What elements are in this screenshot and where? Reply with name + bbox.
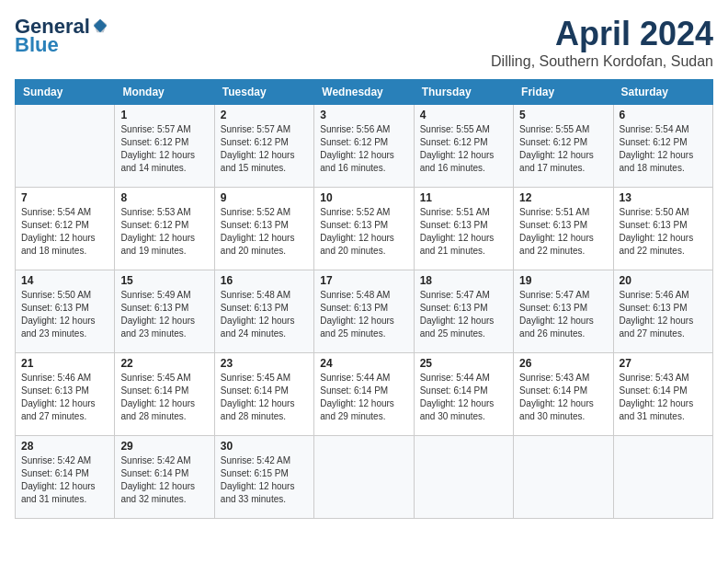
logo: General Blue: [15, 15, 108, 57]
day-number: 15: [120, 274, 208, 287]
day-info: Sunrise: 5:48 AMSunset: 6:13 PMDaylight:…: [320, 289, 407, 340]
calendar-cell: 21Sunrise: 5:46 AMSunset: 6:13 PMDayligh…: [16, 353, 115, 436]
calendar-cell: [314, 436, 414, 519]
day-number: 22: [120, 357, 208, 370]
day-info: Sunrise: 5:52 AMSunset: 6:13 PMDaylight:…: [320, 206, 407, 258]
calendar-cell: 15Sunrise: 5:49 AMSunset: 6:13 PMDayligh…: [115, 270, 214, 353]
page-header: General Blue April 2024 Dilling, Souther…: [15, 15, 713, 70]
calendar-cell: 18Sunrise: 5:47 AMSunset: 6:13 PMDayligh…: [414, 270, 513, 353]
day-info: Sunrise: 5:54 AMSunset: 6:12 PMDaylight:…: [21, 206, 108, 258]
calendar-cell: 12Sunrise: 5:51 AMSunset: 6:13 PMDayligh…: [514, 188, 613, 270]
day-info: Sunrise: 5:44 AMSunset: 6:14 PMDaylight:…: [320, 372, 407, 423]
calendar-cell: 13Sunrise: 5:50 AMSunset: 6:13 PMDayligh…: [613, 188, 712, 270]
calendar-cell: 11Sunrise: 5:51 AMSunset: 6:13 PMDayligh…: [414, 188, 513, 270]
day-number: 1: [120, 109, 208, 121]
day-info: Sunrise: 5:46 AMSunset: 6:13 PMDaylight:…: [620, 289, 707, 340]
calendar-cell: 8Sunrise: 5:53 AMSunset: 6:12 PMDaylight…: [115, 188, 214, 270]
day-info: Sunrise: 5:51 AMSunset: 6:13 PMDaylight:…: [420, 206, 507, 258]
day-info: Sunrise: 5:54 AMSunset: 6:12 PMDaylight:…: [620, 123, 707, 175]
calendar-cell: 24Sunrise: 5:44 AMSunset: 6:14 PMDayligh…: [314, 353, 414, 436]
calendar-cell: 3Sunrise: 5:56 AMSunset: 6:12 PMDaylight…: [314, 105, 414, 188]
day-number: 14: [21, 274, 108, 287]
calendar-cell: 23Sunrise: 5:45 AMSunset: 6:14 PMDayligh…: [214, 353, 313, 436]
day-number: 24: [320, 357, 407, 370]
day-info: Sunrise: 5:45 AMSunset: 6:14 PMDaylight:…: [120, 372, 208, 423]
day-number: 23: [221, 357, 308, 370]
day-info: Sunrise: 5:55 AMSunset: 6:12 PMDaylight:…: [420, 123, 507, 175]
day-info: Sunrise: 5:51 AMSunset: 6:13 PMDaylight:…: [519, 206, 607, 258]
calendar-day-header: Saturday: [613, 80, 712, 105]
day-info: Sunrise: 5:55 AMSunset: 6:12 PMDaylight:…: [519, 123, 607, 175]
calendar-cell: 6Sunrise: 5:54 AMSunset: 6:12 PMDaylight…: [613, 105, 712, 188]
logo-blue-text: Blue: [15, 33, 59, 57]
calendar-day-header: Thursday: [414, 80, 513, 105]
calendar-cell: [514, 436, 613, 519]
calendar-cell: 17Sunrise: 5:48 AMSunset: 6:13 PMDayligh…: [314, 270, 414, 353]
calendar-week-row: 14Sunrise: 5:50 AMSunset: 6:13 PMDayligh…: [16, 270, 713, 353]
day-info: Sunrise: 5:50 AMSunset: 6:13 PMDaylight:…: [620, 206, 707, 258]
calendar-cell: 20Sunrise: 5:46 AMSunset: 6:13 PMDayligh…: [613, 270, 712, 353]
day-number: 9: [221, 191, 308, 204]
day-number: 3: [320, 109, 407, 121]
calendar-cell: 30Sunrise: 5:42 AMSunset: 6:15 PMDayligh…: [214, 436, 313, 519]
day-number: 19: [519, 274, 607, 287]
location-title: Dilling, Southern Kordofan, Sudan: [491, 53, 713, 70]
calendar-cell: 19Sunrise: 5:47 AMSunset: 6:13 PMDayligh…: [514, 270, 613, 353]
calendar-cell: [414, 436, 513, 519]
day-info: Sunrise: 5:56 AMSunset: 6:12 PMDaylight:…: [320, 123, 407, 175]
svg-marker-1: [94, 19, 107, 32]
day-number: 25: [420, 357, 507, 370]
day-info: Sunrise: 5:53 AMSunset: 6:12 PMDaylight:…: [120, 206, 208, 258]
calendar-header-row: SundayMondayTuesdayWednesdayThursdayFrid…: [16, 80, 713, 105]
calendar-day-header: Sunday: [16, 80, 115, 105]
day-number: 17: [320, 274, 407, 287]
day-number: 8: [120, 191, 208, 204]
day-number: 7: [21, 191, 108, 204]
day-number: 21: [21, 357, 108, 370]
day-info: Sunrise: 5:57 AMSunset: 6:12 PMDaylight:…: [120, 123, 208, 175]
calendar-cell: 22Sunrise: 5:45 AMSunset: 6:14 PMDayligh…: [115, 353, 214, 436]
day-info: Sunrise: 5:52 AMSunset: 6:13 PMDaylight:…: [221, 206, 308, 258]
calendar-cell: 7Sunrise: 5:54 AMSunset: 6:12 PMDaylight…: [16, 188, 115, 270]
day-info: Sunrise: 5:50 AMSunset: 6:13 PMDaylight:…: [21, 289, 108, 340]
calendar-cell: 16Sunrise: 5:48 AMSunset: 6:13 PMDayligh…: [214, 270, 313, 353]
day-number: 30: [221, 440, 308, 453]
calendar-week-row: 28Sunrise: 5:42 AMSunset: 6:14 PMDayligh…: [16, 436, 713, 519]
day-info: Sunrise: 5:45 AMSunset: 6:14 PMDaylight:…: [221, 372, 308, 423]
day-info: Sunrise: 5:48 AMSunset: 6:13 PMDaylight:…: [221, 289, 308, 340]
calendar-day-header: Monday: [115, 80, 214, 105]
day-number: 4: [420, 109, 507, 121]
day-info: Sunrise: 5:42 AMSunset: 6:15 PMDaylight:…: [221, 454, 308, 506]
month-title: April 2024: [491, 15, 713, 53]
day-info: Sunrise: 5:43 AMSunset: 6:14 PMDaylight:…: [519, 372, 607, 423]
calendar-cell: 9Sunrise: 5:52 AMSunset: 6:13 PMDaylight…: [214, 188, 313, 270]
calendar-cell: 1Sunrise: 5:57 AMSunset: 6:12 PMDaylight…: [115, 105, 214, 188]
calendar-table: SundayMondayTuesdayWednesdayThursdayFrid…: [15, 79, 713, 519]
day-number: 11: [420, 191, 507, 204]
calendar-cell: 4Sunrise: 5:55 AMSunset: 6:12 PMDaylight…: [414, 105, 513, 188]
calendar-cell: 26Sunrise: 5:43 AMSunset: 6:14 PMDayligh…: [514, 353, 613, 436]
calendar-cell: 10Sunrise: 5:52 AMSunset: 6:13 PMDayligh…: [314, 188, 414, 270]
day-number: 5: [519, 109, 607, 121]
day-number: 10: [320, 191, 407, 204]
logo-icon: [92, 17, 108, 34]
day-info: Sunrise: 5:49 AMSunset: 6:13 PMDaylight:…: [120, 289, 208, 340]
calendar-cell: 29Sunrise: 5:42 AMSunset: 6:14 PMDayligh…: [115, 436, 214, 519]
calendar-week-row: 7Sunrise: 5:54 AMSunset: 6:12 PMDaylight…: [16, 188, 713, 270]
calendar-cell: 27Sunrise: 5:43 AMSunset: 6:14 PMDayligh…: [613, 353, 712, 436]
calendar-cell: 14Sunrise: 5:50 AMSunset: 6:13 PMDayligh…: [16, 270, 115, 353]
calendar-cell: [613, 436, 712, 519]
day-number: 6: [620, 109, 707, 121]
calendar-day-header: Wednesday: [314, 80, 414, 105]
day-number: 18: [420, 274, 507, 287]
day-info: Sunrise: 5:46 AMSunset: 6:13 PMDaylight:…: [21, 372, 108, 423]
day-number: 20: [620, 274, 707, 287]
day-number: 29: [120, 440, 208, 453]
calendar-cell: 5Sunrise: 5:55 AMSunset: 6:12 PMDaylight…: [514, 105, 613, 188]
calendar-week-row: 21Sunrise: 5:46 AMSunset: 6:13 PMDayligh…: [16, 353, 713, 436]
calendar-cell: 25Sunrise: 5:44 AMSunset: 6:14 PMDayligh…: [414, 353, 513, 436]
day-number: 16: [221, 274, 308, 287]
calendar-cell: 28Sunrise: 5:42 AMSunset: 6:14 PMDayligh…: [16, 436, 115, 519]
title-block: April 2024 Dilling, Southern Kordofan, S…: [491, 15, 713, 70]
calendar-cell: [16, 105, 115, 188]
